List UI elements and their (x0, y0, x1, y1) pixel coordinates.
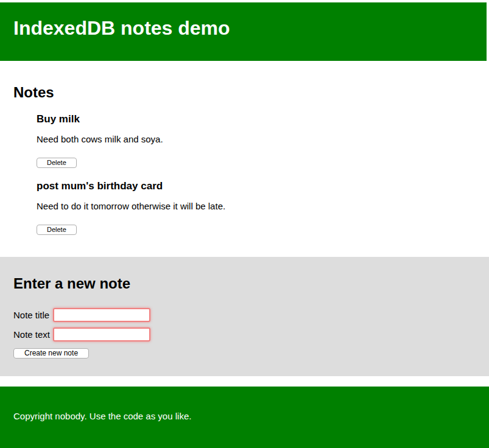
page-footer: Copyright nobody. Use the code as you li… (0, 387, 489, 448)
delete-note-button[interactable]: Delete (37, 225, 77, 235)
new-note-heading: Enter a new note (13, 275, 476, 292)
page: IndexedDB notes demo Notes Buy milk Need… (0, 0, 489, 448)
create-note-button[interactable]: Create new note (13, 348, 89, 359)
note-title-row: Note title (13, 308, 476, 322)
note-text-input[interactable] (53, 327, 150, 341)
notes-section: Notes Buy milk Need both cows milk and s… (0, 61, 489, 257)
notes-heading: Notes (13, 84, 476, 101)
note-title: Buy milk (37, 113, 476, 125)
new-note-form-section: Enter a new note Note title Note text Cr… (0, 257, 489, 376)
footer-text: Copyright nobody. Use the code as you li… (13, 411, 476, 422)
note-title-input[interactable] (53, 308, 150, 322)
page-title: IndexedDB notes demo (13, 18, 473, 39)
delete-note-button[interactable]: Delete (37, 158, 77, 168)
note-list: Buy milk Need both cows milk and soya. D… (13, 113, 476, 235)
list-item: Buy milk Need both cows milk and soya. D… (37, 113, 476, 168)
note-title-label: Note title (13, 310, 53, 320)
note-body: Need to do it tomorrow otherwise it will… (37, 201, 476, 212)
note-title: post mum's birthday card (37, 180, 476, 192)
page-header: IndexedDB notes demo (0, 2, 487, 61)
note-text-row: Note text (13, 327, 476, 341)
list-item: post mum's birthday card Need to do it t… (37, 180, 476, 235)
note-text-label: Note text (13, 329, 53, 340)
note-body: Need both cows milk and soya. (37, 134, 476, 145)
